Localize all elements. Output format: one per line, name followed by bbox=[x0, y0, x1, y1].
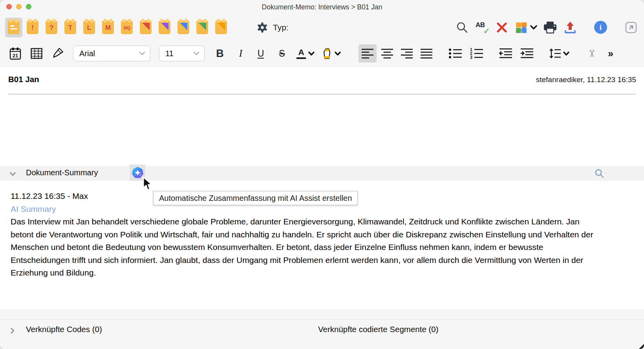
memo-title: B01 Jan bbox=[8, 75, 39, 84]
export-button[interactable] bbox=[564, 21, 577, 34]
memo-type-t-button[interactable]: T bbox=[62, 18, 79, 37]
main-toolbar-right: AB ✓ bbox=[456, 20, 637, 35]
zoom-window-button[interactable] bbox=[26, 4, 31, 9]
linked-segments-section[interactable]: Verknüpfte codierte Segmente (0) bbox=[318, 325, 439, 334]
memo-type-standard-button[interactable] bbox=[5, 18, 22, 37]
summary-search-button[interactable] bbox=[595, 169, 605, 180]
memo-type-purple-button[interactable] bbox=[156, 18, 173, 37]
insert-date-button[interactable]: 21 bbox=[7, 44, 24, 62]
memo-type-red-button[interactable] bbox=[137, 18, 154, 37]
memo-type-l-button[interactable]: L bbox=[80, 18, 98, 37]
memo-purple-triangle-icon bbox=[159, 20, 170, 34]
ai-assist-summary-button[interactable] bbox=[130, 165, 145, 181]
chevron-down-icon bbox=[9, 172, 16, 176]
delete-memo-button[interactable] bbox=[496, 22, 508, 33]
overflow-icon: » bbox=[608, 48, 613, 59]
memo-type-blue-button[interactable] bbox=[175, 18, 192, 37]
expand-linked-codes-button[interactable] bbox=[10, 327, 15, 336]
window-title: Dokument-Memo: Interviews > B01 Jan bbox=[0, 3, 644, 11]
memo-orange-triangle-icon bbox=[215, 20, 227, 34]
gear-icon bbox=[256, 22, 268, 33]
bold-button[interactable]: B bbox=[212, 44, 228, 62]
font-size-value: 11 bbox=[165, 49, 174, 58]
decrease-indent-button[interactable] bbox=[497, 44, 515, 62]
chevron-down-icon bbox=[563, 51, 570, 56]
memo-question-icon: ? bbox=[46, 20, 57, 34]
typ-label: Typ: bbox=[273, 23, 289, 32]
summary-panel-header: Dokument-Summary bbox=[0, 166, 644, 181]
justify-button[interactable] bbox=[417, 44, 435, 62]
align-left-icon bbox=[361, 48, 374, 59]
info-button[interactable]: i bbox=[594, 21, 607, 34]
insert-table-button[interactable] bbox=[28, 44, 45, 62]
align-center-icon bbox=[381, 48, 394, 59]
memo-type-rq-button[interactable]: RQ bbox=[118, 18, 135, 37]
align-right-icon bbox=[400, 48, 413, 59]
italic-button[interactable]: I bbox=[233, 44, 249, 62]
spellcheck-icon: AB ✓ bbox=[475, 20, 490, 35]
spellcheck-button[interactable]: AB ✓ bbox=[475, 20, 490, 35]
format-toolbar: 21 Arial 11 bbox=[0, 40, 644, 67]
collapse-summary-button[interactable] bbox=[9, 171, 16, 178]
toolbar-overflow-button[interactable]: » bbox=[604, 44, 618, 62]
memo-type-green-button[interactable] bbox=[194, 18, 211, 37]
indent-icon bbox=[520, 48, 534, 59]
svg-text:3: 3 bbox=[470, 55, 472, 59]
search-icon bbox=[456, 21, 468, 34]
chevron-down-icon bbox=[530, 25, 538, 30]
memo-exclamation-icon: ! bbox=[27, 20, 38, 34]
memo-green-triangle-icon bbox=[196, 20, 208, 34]
print-button[interactable] bbox=[543, 21, 557, 34]
plugins-button[interactable] bbox=[515, 22, 538, 33]
bullet-list-button[interactable] bbox=[446, 44, 465, 62]
chevron-down-icon bbox=[139, 51, 145, 55]
memo-byline: stefanraediker, 11.12.23 16:35 bbox=[536, 75, 636, 84]
search-icon bbox=[595, 169, 605, 179]
highlight-color-button[interactable] bbox=[322, 44, 341, 62]
strikethrough-button[interactable]: S bbox=[274, 44, 290, 62]
calendar-icon: 21 bbox=[9, 47, 21, 60]
outdent-icon bbox=[499, 48, 513, 59]
close-window-button[interactable] bbox=[6, 4, 12, 9]
bullet-list-icon bbox=[448, 48, 463, 59]
memo-title-row: B01 Jan stefanraediker, 11.12.23 16:35 bbox=[0, 67, 644, 94]
memo-type-question-button[interactable]: ? bbox=[43, 18, 60, 37]
align-left-button[interactable] bbox=[359, 44, 377, 62]
memo-type-important-button[interactable]: ! bbox=[24, 18, 41, 37]
linked-codes-section[interactable]: Verknüpfte Codes (0) bbox=[26, 325, 102, 334]
line-spacing-icon bbox=[549, 48, 561, 59]
memo-type-orange-button[interactable] bbox=[212, 18, 230, 37]
main-toolbar: ! ? T L M RQ bbox=[0, 14, 644, 40]
line-spacing-button[interactable] bbox=[549, 44, 570, 62]
open-as-window-button[interactable] bbox=[625, 22, 637, 33]
memo-text-area[interactable] bbox=[0, 94, 644, 166]
numbered-list-button[interactable]: 1 2 3 bbox=[468, 44, 486, 62]
underline-button[interactable]: U bbox=[252, 44, 269, 62]
font-family-select[interactable]: Arial bbox=[73, 46, 150, 61]
format-painter-button[interactable] bbox=[49, 44, 66, 62]
memo-l-icon: L bbox=[83, 20, 95, 34]
font-color-button[interactable]: A bbox=[296, 44, 315, 62]
export-upload-icon bbox=[564, 21, 577, 34]
memo-blue-triangle-icon bbox=[177, 20, 189, 34]
font-size-select[interactable]: 11 bbox=[159, 46, 205, 61]
memo-type-m-button[interactable]: M bbox=[99, 18, 117, 37]
traffic-lights bbox=[6, 4, 31, 9]
minimize-window-button[interactable] bbox=[16, 4, 22, 9]
summary-panel-title: Dokument-Summary bbox=[26, 168, 98, 177]
ai-assist-icon bbox=[132, 167, 144, 179]
cut-button[interactable]: ✂ bbox=[583, 44, 600, 62]
chevron-down-icon bbox=[308, 51, 315, 56]
popout-icon bbox=[625, 22, 637, 33]
font-family-value: Arial bbox=[79, 49, 95, 58]
align-center-button[interactable] bbox=[378, 44, 396, 62]
memo-type-setting[interactable]: Typ: bbox=[256, 22, 289, 33]
memo-note-icon bbox=[8, 20, 20, 34]
memo-window: Dokument-Memo: Interviews > B01 Jan ! ? … bbox=[0, 0, 644, 349]
search-button[interactable] bbox=[456, 21, 468, 34]
printer-icon bbox=[543, 21, 557, 34]
align-right-button[interactable] bbox=[398, 44, 416, 62]
highlighter-icon bbox=[322, 48, 333, 60]
chevron-right-icon bbox=[10, 327, 15, 334]
increase-indent-button[interactable] bbox=[518, 44, 536, 62]
